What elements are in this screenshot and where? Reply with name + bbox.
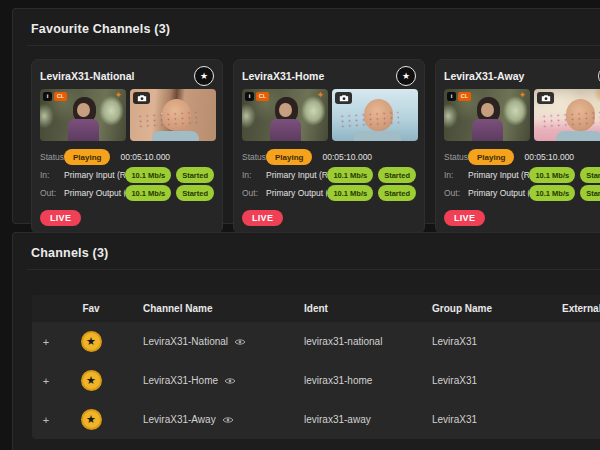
table-header-row: Fav Channel Name Ident Group Name Extern…	[32, 295, 600, 322]
status-label: Status:	[444, 151, 468, 164]
favourite-toggle[interactable]: ★	[81, 331, 102, 352]
star-icon: ★	[86, 335, 96, 348]
channel-name-cell: LeviraX31-National	[143, 336, 228, 347]
video-preview-image	[556, 131, 600, 141]
live-row: LIVE	[242, 207, 416, 226]
channel-logo-icon: CL	[54, 92, 67, 101]
status-row: Status: Playing 00:05:10.000	[444, 149, 600, 165]
star-icon: ★	[86, 374, 96, 387]
out-label: Out:	[242, 187, 266, 200]
overlay-badges: i CL	[43, 92, 67, 101]
channels-panel: Channels (3) Fav Channel Name Ident Grou…	[12, 232, 600, 450]
ident-cell: levirax31-away	[302, 414, 430, 425]
star-icon: ★	[86, 413, 96, 426]
output-bitrate-badge: 10.1 Mb/s	[529, 185, 575, 201]
col-header-ident[interactable]: Ident	[302, 303, 430, 314]
eye-icon[interactable]	[234, 338, 246, 346]
preview-thumbnails: i CL ✦	[444, 89, 600, 141]
col-header-fav[interactable]: Fav	[60, 303, 122, 314]
info-icon: i	[245, 92, 254, 101]
group-name-cell: LeviraX31	[430, 375, 560, 386]
channel-card-header: LeviraX31-Away ★	[444, 66, 600, 86]
group-name-cell: LeviraX31	[430, 414, 560, 425]
table-row[interactable]: + ★ LeviraX31-Home levirax31-home Levira…	[32, 361, 600, 400]
channel-card-header: LeviraX31-National ★	[40, 66, 214, 86]
channel-logo-icon: CL	[458, 92, 471, 101]
overlay-badges: i CL	[245, 92, 269, 101]
output-name: Primary Output (RTP)	[468, 187, 529, 200]
eye-icon[interactable]	[224, 377, 236, 385]
row-expander-button[interactable]: +	[37, 373, 55, 389]
table-row[interactable]: + ★ LeviraX31-National levirax31-nationa…	[32, 322, 600, 361]
eye-icon[interactable]	[222, 416, 234, 424]
favourite-channels-panel: Favourite Channels (3) LeviraX31-Nationa…	[12, 8, 600, 224]
status-label: Status:	[40, 151, 64, 164]
in-label: In:	[242, 169, 266, 182]
status-badge: Playing	[64, 149, 110, 165]
timecode: 00:05:10.000	[524, 151, 574, 164]
camera-icon	[335, 92, 352, 104]
status-row: Status: Playing 00:05:10.000	[242, 149, 416, 165]
output-row: Out: Primary Output (RTP) 10.1 Mb/s Star…	[242, 185, 416, 201]
video-preview-image	[540, 110, 600, 130]
col-header-external-ident[interactable]: External Ident	[560, 303, 600, 314]
channel-card: LeviraX31-National ★ i CL ✦	[31, 59, 223, 234]
input-row: In: Primary Input (RTP) 10.1 Mb/s Starte…	[242, 167, 416, 183]
col-header-group-name[interactable]: Group Name	[430, 303, 560, 314]
live-badge: LIVE	[40, 210, 81, 226]
table-body: + ★ LeviraX31-National levirax31-nationa…	[32, 322, 600, 439]
output-row: Out: Primary Output (RTP) 10.1 Mb/s Star…	[40, 185, 214, 201]
input-video-preview[interactable]: i CL ✦	[40, 89, 126, 141]
star-icon: ★	[200, 71, 208, 81]
output-video-preview[interactable]	[332, 89, 418, 141]
live-row: LIVE	[40, 207, 214, 226]
in-label: In:	[40, 169, 64, 182]
input-bitrate-badge: 10.1 Mb/s	[125, 167, 171, 183]
output-state-badge: Started	[176, 185, 214, 201]
status-badge: Playing	[468, 149, 514, 165]
channel-card-title: LeviraX31-Home	[242, 70, 324, 82]
input-name: Primary Input (RTP)	[266, 169, 327, 182]
preview-thumbnails: i CL ✦	[40, 89, 214, 141]
ident-cell: levirax31-home	[302, 375, 430, 386]
live-badge: LIVE	[242, 210, 283, 226]
favourite-star-button[interactable]: ★	[194, 66, 214, 86]
output-row: Out: Primary Output (RTP) 10.1 Mb/s Star…	[444, 185, 600, 201]
broadcaster-logo-icon: ✦	[518, 91, 526, 100]
row-expander-button[interactable]: +	[37, 412, 55, 428]
input-name: Primary Input (RTP)	[468, 169, 529, 182]
out-label: Out:	[40, 187, 64, 200]
info-icon: i	[447, 92, 456, 101]
col-header-channel-name[interactable]: Channel Name	[122, 303, 302, 314]
out-label: Out:	[444, 187, 468, 200]
broadcaster-logo-icon: ✦	[316, 91, 324, 100]
channel-card: LeviraX31-Home ★ i CL ✦	[233, 59, 425, 234]
input-row: In: Primary Input (RTP) 10.1 Mb/s Starte…	[444, 167, 600, 183]
video-preview-image	[472, 119, 503, 141]
input-video-preview[interactable]: i CL ✦	[444, 89, 530, 141]
row-expander-button[interactable]: +	[37, 334, 55, 350]
video-preview-image	[354, 131, 400, 141]
channels-table: Fav Channel Name Ident Group Name Extern…	[32, 295, 600, 439]
input-name: Primary Input (RTP)	[64, 169, 125, 182]
channel-card: LeviraX31-Away ★ i CL ✦	[435, 59, 600, 234]
output-video-preview[interactable]	[534, 89, 600, 141]
input-bitrate-badge: 10.1 Mb/s	[327, 167, 373, 183]
output-name: Primary Output (RTP)	[266, 187, 327, 200]
input-video-preview[interactable]: i CL ✦	[242, 89, 328, 141]
status-row: Status: Playing 00:05:10.000	[40, 149, 214, 165]
favourite-toggle[interactable]: ★	[81, 370, 102, 391]
preview-thumbnails: i CL ✦	[242, 89, 416, 141]
favourite-toggle[interactable]: ★	[81, 409, 102, 430]
timecode: 00:05:10.000	[322, 151, 372, 164]
table-row[interactable]: + ★ LeviraX31-Away levirax31-away Levira…	[32, 400, 600, 439]
app-viewport: Favourite Channels (3) LeviraX31-Nationa…	[0, 0, 600, 450]
group-name-cell: LeviraX31	[430, 336, 560, 347]
ident-cell: levirax31-national	[302, 336, 430, 347]
channel-logo-icon: CL	[256, 92, 269, 101]
video-preview-image	[68, 119, 99, 141]
live-row: LIVE	[444, 207, 600, 226]
output-video-preview[interactable]	[130, 89, 216, 141]
favourite-star-button[interactable]: ★	[396, 66, 416, 86]
input-state-badge: Started	[176, 167, 214, 183]
